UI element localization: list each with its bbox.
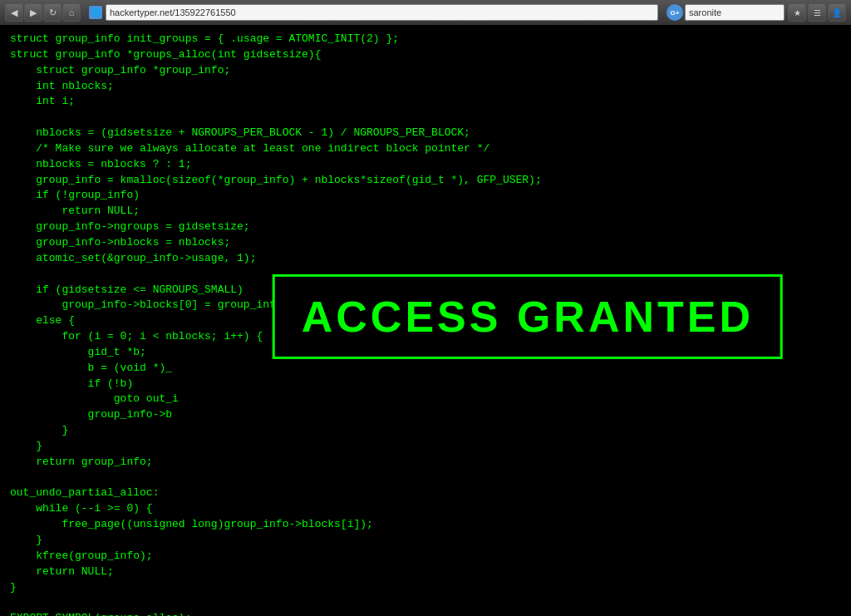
browser-chrome: ◀ ▶ ↻ ⌂ 🌐 hackertyper.net/135922761550 G… <box>0 0 851 25</box>
google-icon: G+ <box>667 4 683 21</box>
content-area: struct group_info init_groups = { .usage… <box>0 25 851 616</box>
nav-buttons: ◀ ▶ ↻ ⌂ <box>5 3 81 22</box>
home-button[interactable]: ⌂ <box>62 3 81 22</box>
url-text: hackertyper.net/135922761550 <box>110 7 236 17</box>
browser-icons: ★ ☰ 👤 <box>788 3 846 22</box>
username-display: saronite <box>689 7 721 17</box>
search-input[interactable]: saronite <box>685 4 785 21</box>
address-bar[interactable]: hackertyper.net/135922761550 <box>106 4 658 21</box>
account-icon[interactable]: 👤 <box>828 3 846 22</box>
forward-button[interactable]: ▶ <box>24 3 42 22</box>
address-bar-container: 🌐 hackertyper.net/135922761550 <box>89 4 658 21</box>
access-granted-text: ACCESS GRANTED <box>302 291 754 341</box>
favicon-icon: 🌐 <box>89 6 102 19</box>
menu-icon[interactable]: ☰ <box>808 3 826 22</box>
refresh-button[interactable]: ↻ <box>43 3 61 22</box>
access-granted-overlay: ACCESS GRANTED <box>273 274 783 358</box>
bookmark-icon[interactable]: ★ <box>788 3 806 22</box>
google-search: G+ saronite <box>667 4 785 21</box>
back-button[interactable]: ◀ <box>5 3 23 22</box>
